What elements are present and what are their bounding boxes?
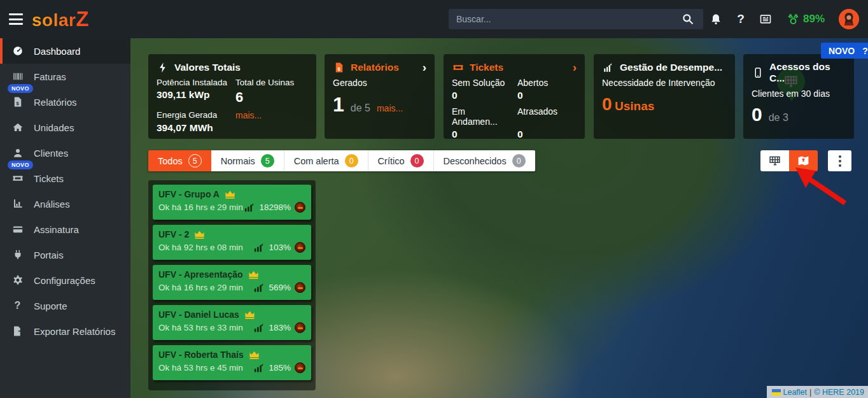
inverter-alert-icon [295,242,305,253]
more-options-button[interactable] [828,150,851,171]
sidebar-item-tickets[interactable]: NOVO Tickets [0,166,130,191]
global-search [449,9,703,29]
chart-up-icon [602,61,614,73]
plant-percent: 18298% [259,203,291,212]
plant-item[interactable]: UFV - Roberta Thaís Ok há 53 hrs e 45 mi… [153,345,311,380]
crown-icon [225,190,235,199]
metric-unit: Usinas [615,99,654,113]
sidebar-item-label: Dashboard [34,46,80,57]
topbar: solarZ ? 89% [0,0,868,38]
sidebar-item-analises[interactable]: Análises [0,191,130,217]
sidebar-item-label: Portais [34,250,64,260]
card-gestao-desempenho[interactable]: Gestão de Desempe... Necessidade de Inte… [594,54,735,139]
sidebar-item-dashboard[interactable]: Dashboard [0,38,130,64]
panel-view-button[interactable] [760,150,789,171]
notifications-bell-icon[interactable] [709,12,723,26]
search-icon[interactable] [681,12,695,26]
card-tickets[interactable]: Tickets › Sem Solução Abertos 0 0 Em And… [444,54,585,139]
logo-text: solar [32,10,76,30]
metric-label: Potência Instalada [157,78,229,87]
sidebar-item-suporte[interactable]: ? Suporte [0,293,130,318]
metric-value: 0 [452,129,511,140]
crown-icon [248,270,259,280]
metric-label: Atrasados [517,106,577,127]
card-acessos-clientes[interactable]: Acessos dos C... Clientes em 30 dias 0 d… [743,54,854,139]
metric-value: 0 [452,90,511,101]
chart-icon [11,198,24,210]
chevron-right-icon[interactable]: › [423,61,426,73]
tab-count-badge: 0 [410,154,424,167]
plant-item[interactable]: UFV - Daniel Lucas Ok há 53 hrs e 33 min… [153,305,311,340]
card-title: Tickets [470,62,503,73]
credit-card-icon [11,224,24,236]
performance-bars-icon [254,323,265,332]
plant-percent: 185% [269,363,291,373]
novo-help-icon[interactable]: ? [862,46,868,56]
plant-status: Ok há 92 hrs e 08 min [158,243,243,252]
metric-label: Gerados [333,78,426,88]
hamburger-menu-icon[interactable] [9,13,23,25]
sidebar-item-relatorios[interactable]: NOVO $ Relatórios [0,89,130,115]
news-icon[interactable] [759,12,773,26]
leaflet-link[interactable]: Leaflet [783,388,808,397]
home-icon [11,122,24,134]
report-dollar-icon: $ [11,96,24,108]
sidebar-item-label: Clientes [34,148,68,159]
solarz-dashboard: solarZ ? 89% [0,0,868,398]
sidebar-item-assinatura[interactable]: Assinatura [0,217,130,242]
medal-icon [787,13,800,26]
plant-name: UFV - Apresentação [158,269,243,280]
sidebar-item-portais[interactable]: Portais [0,242,130,267]
more-link[interactable]: mais... [235,110,308,120]
tab-com-alerta[interactable]: Com alerta 0 [284,150,368,171]
novo-badge: NOVO [8,160,33,169]
metric-label: Sem Solução [452,78,511,88]
card-title: Valores Totais [174,62,241,73]
metric-value: 6 [235,89,308,106]
plant-item[interactable]: UFV - Apresentação Ok há 16 hrs e 29 min… [153,265,311,300]
card-title: Gestão de Desempe... [620,62,722,73]
chevron-right-icon[interactable]: › [573,61,577,73]
sidebar-item-unidades[interactable]: Unidades [0,115,130,140]
sidebar-item-label: Faturas [34,71,66,82]
tab-critico[interactable]: Crítico 0 [368,150,434,171]
ukraine-flag-icon [772,389,781,395]
export-report-icon [11,325,24,338]
gauge-icon [11,45,24,57]
barcode-icon [11,71,24,83]
sidebar-item-label: Assinatura [34,224,79,235]
sidebar-item-label: Exportar Relatórios [34,326,115,337]
sidebar-item-configuracoes[interactable]: Configurações [0,267,130,293]
help-icon[interactable]: ? [737,12,745,26]
here-link[interactable]: © HERE 2019 [814,388,864,397]
sidebar-item-label: Análises [34,199,70,210]
more-link[interactable]: mais... [377,103,403,113]
map-icon [797,154,810,167]
inverter-alert-icon [295,282,305,293]
metric-value: 309,11 kWp [157,89,229,106]
search-input[interactable] [449,9,703,29]
novo-feature-badge[interactable]: NOVO ? [821,43,868,59]
user-avatar[interactable] [839,9,859,29]
tab-desconhecidos[interactable]: Desconhecidos 0 [434,150,535,171]
plant-item[interactable]: UFV - Grupo A Ok há 16 hrs e 29 min 1829… [153,185,311,220]
map-view-button[interactable] [789,150,818,171]
plant-name: UFV - Grupo A [158,189,220,199]
plug-icon [11,249,24,261]
solarz-logo[interactable]: solarZ [32,7,89,31]
tab-todos[interactable]: Todos 5 [148,150,211,171]
metric-label: Energia Gerada [157,110,229,120]
plant-list: UFV - Grupo A Ok há 16 hrs e 29 min 1829… [148,180,316,390]
inverter-alert-icon [295,322,305,333]
score-badge[interactable]: 89% [787,13,825,26]
card-relatorios[interactable]: $ Relatórios › Gerados 1 de 5 mais... [325,54,435,139]
sidebar-item-exportar-relatorios[interactable]: Exportar Relatórios [0,318,130,344]
plant-percent: 103% [269,243,291,252]
tab-normais[interactable]: Normais 5 [211,150,284,171]
report-dollar-icon: $ [333,61,345,73]
crown-icon [249,350,260,360]
plant-item[interactable]: UFV - 2 Ok há 92 hrs e 08 min 103% [153,225,311,260]
card-valores-totais[interactable]: Valores Totais Potência Instalada Total … [148,54,316,139]
crown-icon [244,310,255,320]
plant-percent: 569% [269,283,291,292]
